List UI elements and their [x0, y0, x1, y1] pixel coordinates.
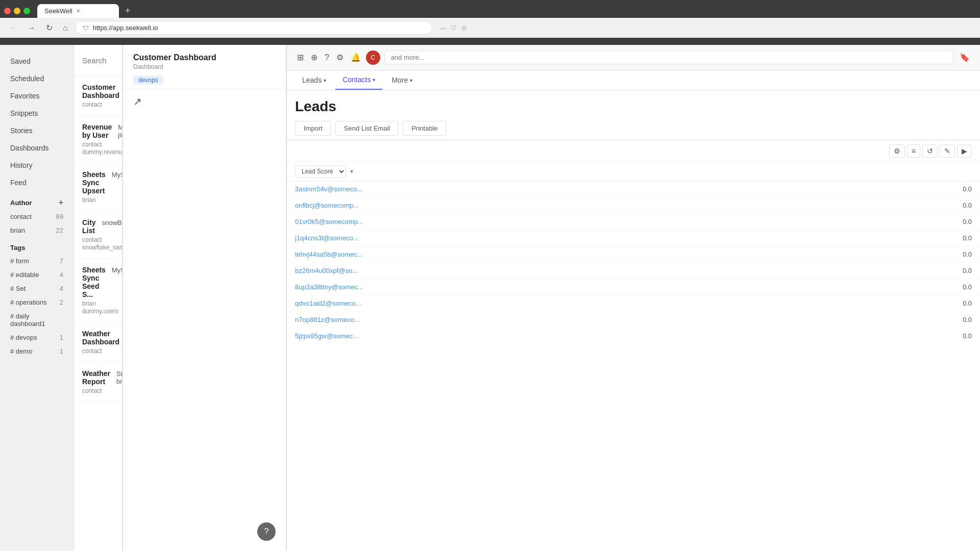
refresh-btn[interactable]: ↺ — [922, 144, 938, 158]
email-cell[interactable]: 01vr0k5@somecomp... — [295, 218, 746, 226]
nav-menu-icon[interactable]: ··· — [440, 24, 447, 32]
tag-editable[interactable]: # editable 4 — [0, 268, 74, 281]
maximize-window-btn[interactable] — [23, 8, 30, 14]
author-count-contact: 69 — [56, 213, 63, 220]
chevron-down-icon: ▾ — [410, 78, 412, 83]
minimize-window-btn[interactable] — [14, 8, 20, 14]
email-cell[interactable]: 5jzpx85gw@somec... — [295, 332, 746, 340]
crm-bookmark-btn[interactable]: 🔖 — [958, 51, 972, 64]
settings-btn[interactable]: ⚙ — [889, 144, 905, 158]
table-row[interactable]: tehvj44sa5b@somec... 0.0 — [287, 246, 980, 263]
nav-leads[interactable]: Leads ▾ — [295, 71, 333, 89]
table-row[interactable]: j1q4cns3l@someco... 0.0 — [287, 230, 980, 246]
author-brian[interactable]: brian 22 — [0, 224, 74, 237]
list-item[interactable]: Revenue by User MySQL → jim@seekwell.io … — [74, 116, 122, 163]
nav-more[interactable]: More ▾ — [384, 71, 420, 89]
list-item[interactable]: Sheets Sync Seed S... MySQL brian dummy.… — [74, 259, 122, 322]
author-name-contact: contact — [10, 213, 32, 220]
tag-daily-dashboard[interactable]: # daily dashboard1 — [0, 310, 74, 330]
tag-devops[interactable]: # devops 1 — [0, 331, 74, 344]
email-cell[interactable]: qdvo1aid2@someco... — [295, 299, 746, 307]
list-item[interactable]: City List snowBerch contact snowflake_sa… — [74, 211, 122, 259]
email-cell[interactable]: bz26m4u00xpf@so... — [295, 267, 746, 274]
preview-tag[interactable]: devops — [133, 76, 163, 85]
browser-tab[interactable]: SeekWell × — [37, 4, 119, 18]
help-btn[interactable]: ? — [257, 522, 276, 541]
preview-header: Customer Dashboard Dashboard devops — [123, 45, 286, 89]
tab-close-btn[interactable]: × — [77, 8, 80, 15]
sidebar: Saved Scheduled Favorites Snippets Stori… — [0, 45, 74, 551]
close-window-btn[interactable] — [4, 8, 11, 14]
item-type: snowBerch — [102, 219, 122, 227]
sidebar-item-saved[interactable]: Saved — [0, 53, 74, 69]
crm-add-btn[interactable]: ⊕ — [309, 51, 320, 64]
sidebar-item-favorites[interactable]: Favorites — [0, 88, 74, 104]
score-cell: 0.0 — [746, 299, 972, 307]
list-item[interactable]: Sheets Sync Upsert MySQL brian — [74, 163, 122, 211]
external-link-btn[interactable]: ↗ — [133, 96, 142, 107]
reload-btn[interactable]: ↻ — [43, 22, 56, 34]
leads-title: Leads — [295, 98, 972, 115]
author-add-btn[interactable]: + — [59, 198, 63, 207]
tags-section: Tags — [0, 238, 74, 254]
query-list: Customer Dashboard Dashboard 🗑 ▶ contact — [74, 76, 122, 551]
import-btn[interactable]: Import — [295, 121, 331, 136]
new-tab-btn[interactable]: + — [121, 6, 135, 16]
tags-label: Tags — [10, 244, 25, 252]
email-cell[interactable]: tehvj44sa5b@somec... — [295, 251, 746, 258]
address-bar[interactable]: 🛡 https://app.seekwell.io — [75, 21, 432, 35]
tag-demo[interactable]: # demo 1 — [0, 345, 74, 358]
author-section: Author + — [0, 192, 74, 209]
crm-avatar[interactable]: C — [366, 51, 380, 65]
url-text: https://app.seekwell.io — [93, 24, 158, 32]
sidebar-item-stories[interactable]: Stories — [0, 122, 74, 139]
tag-set[interactable]: # Set 4 — [0, 282, 74, 295]
table-row[interactable]: bz26m4u00xpf@so... 0.0 — [287, 263, 980, 279]
email-cell[interactable]: 8up2a38ttny@somec... — [295, 283, 746, 291]
sidebar-item-feed[interactable]: Feed — [0, 174, 74, 191]
edit-btn[interactable]: ✎ — [940, 144, 955, 158]
expand-btn[interactable]: ▶ — [957, 144, 972, 158]
sidebar-item-dashboards[interactable]: Dashboards — [0, 140, 74, 156]
view-btn[interactable]: ≡ — [907, 144, 920, 158]
table-row[interactable]: n7op881z@someco... 0.0 — [287, 312, 980, 328]
sidebar-item-snippets[interactable]: Snippets — [0, 105, 74, 121]
bookmark-icon[interactable]: ♡ — [450, 24, 457, 32]
back-btn[interactable]: ← — [6, 22, 20, 34]
author-contact[interactable]: contact 69 — [0, 210, 74, 223]
list-item[interactable]: Weather Dashboard Dashboard contact — [74, 322, 122, 362]
seekwell-inner: Saved Scheduled Favorites Snippets Stori… — [0, 45, 122, 551]
email-cell[interactable]: 3asinm54v@someco... — [295, 185, 746, 193]
crm-notif-btn[interactable]: 🔔 — [349, 51, 363, 64]
table-row[interactable]: qdvo1aid2@someco... 0.0 — [287, 295, 980, 312]
sidebar-item-history[interactable]: History — [0, 157, 74, 173]
table-row[interactable]: 01vr0k5@somecomp... 0.0 — [287, 214, 980, 230]
email-cell[interactable]: j1q4cns3l@someco... — [295, 234, 746, 242]
search-input[interactable] — [82, 56, 122, 65]
table-row[interactable]: 3asinm54v@someco... 0.0 — [287, 181, 980, 197]
email-cell[interactable]: onflbcj@somecomp... — [295, 202, 746, 209]
table-row[interactable]: onflbcj@somecomp... 0.0 — [287, 197, 980, 214]
printable-btn[interactable]: Printable — [403, 121, 446, 136]
crm-icon-btn-1[interactable]: ⊞ — [295, 51, 306, 64]
item-title: City List — [82, 218, 95, 235]
forward-btn[interactable]: → — [24, 22, 39, 34]
home-btn[interactable]: ⌂ — [60, 22, 71, 34]
list-item[interactable]: Weather Report Story → brian@berch.io co… — [74, 362, 122, 402]
tag-operations[interactable]: # operations 2 — [0, 296, 74, 309]
crm-help-btn[interactable]: ? — [323, 51, 331, 64]
star-icon[interactable]: ☆ — [461, 24, 468, 32]
email-cell[interactable]: n7op881z@someco... — [295, 316, 746, 323]
table-row[interactable]: 8up2a38ttny@somec... 0.0 — [287, 279, 980, 295]
item-title: Customer Dashboard — [82, 83, 119, 99]
table-row[interactable]: 5jzpx85gw@somec... 0.0 — [287, 328, 980, 344]
crm-search-input[interactable] — [384, 51, 953, 64]
send-list-email-btn[interactable]: Send List Email — [335, 121, 399, 136]
nav-contacts[interactable]: Contacts ▾ — [335, 70, 382, 90]
lead-score-filter[interactable]: Lead Score — [295, 165, 346, 178]
crm-settings-btn[interactable]: ⚙ — [334, 51, 346, 64]
sidebar-item-scheduled[interactable]: Scheduled — [0, 70, 74, 87]
list-item[interactable]: Customer Dashboard Dashboard 🗑 ▶ contact — [74, 76, 122, 116]
tag-form[interactable]: # form 7 — [0, 255, 74, 267]
score-cell: 0.0 — [746, 332, 972, 340]
